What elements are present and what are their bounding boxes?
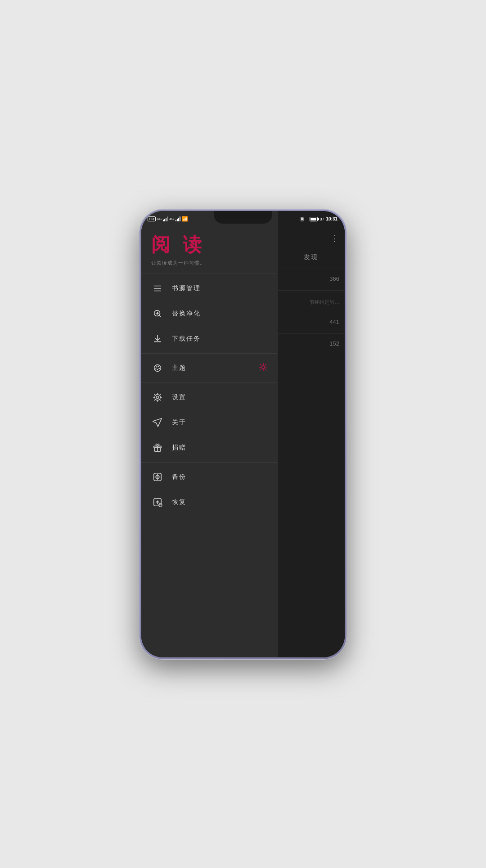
net1-label: 4G: [157, 217, 162, 221]
replace-purify-label: 替换净化: [172, 310, 201, 318]
download-task-label: 下载任务: [172, 335, 201, 343]
menu-item-theme[interactable]: 主题: [141, 355, 278, 381]
count-1: 366: [329, 275, 339, 282]
right-list-item-3: 441: [278, 312, 345, 333]
menu-section-3: 设置 关于: [141, 383, 278, 463]
donate-label: 捐赠: [172, 444, 186, 452]
drawer-header: 阅 读 让阅读成为一种习惯。: [141, 225, 278, 274]
palette-icon: [151, 362, 164, 374]
svg-line-20: [260, 369, 261, 370]
menu-item-book-source[interactable]: 书源管理: [141, 276, 278, 301]
status-right: 87 10:31: [301, 215, 338, 221]
replace-icon: [151, 307, 164, 320]
menu-item-restore[interactable]: 恢复: [141, 490, 278, 515]
right-header: ⋮: [278, 225, 345, 250]
sim-icon: [301, 217, 308, 221]
more-button[interactable]: ⋮: [331, 234, 339, 243]
theme-label: 主题: [172, 364, 186, 372]
backup-icon: [151, 471, 164, 483]
restore-label: 恢复: [172, 498, 186, 506]
sun-badge-icon: [259, 363, 268, 373]
right-list-item-1: 366: [278, 269, 345, 290]
right-list-item-2: 节终结是另…: [278, 290, 345, 312]
menu-item-download-task[interactable]: 下载任务: [141, 326, 278, 351]
phone-inner: HD 4G 4G 📶: [141, 211, 345, 657]
preview-2: 节终结是另…: [310, 299, 339, 306]
svg-line-17: [260, 364, 261, 365]
app-title: 阅 读: [151, 234, 268, 255]
menu-item-donate[interactable]: 捐赠: [141, 435, 278, 460]
menu-section-1: 书源管理: [141, 274, 278, 354]
settings-label: 设置: [172, 393, 186, 401]
backup-label: 备份: [172, 473, 186, 481]
svg-point-11: [155, 368, 157, 369]
svg-point-6: [154, 364, 161, 371]
net2-label: 4G: [169, 217, 174, 221]
menu-item-about[interactable]: 关于: [141, 410, 278, 435]
battery-icon: [310, 217, 318, 221]
status-left: HD 4G 4G 📶: [148, 214, 188, 222]
battery-fill: [310, 218, 316, 220]
signal1-icon: [163, 216, 168, 221]
about-icon: [151, 416, 164, 429]
svg-point-27: [157, 476, 158, 477]
drawer: 阅 读 让阅读成为一种习惯。: [141, 211, 278, 657]
phone-wrapper: HD 4G 4G 📶: [135, 200, 351, 668]
menu-item-replace-purify[interactable]: 替换净化: [141, 301, 278, 326]
time-display: 10:31: [326, 216, 338, 221]
restore-icon: [151, 496, 164, 508]
svg-point-7: [156, 366, 157, 368]
app-subtitle: 让阅读成为一种习惯。: [151, 260, 268, 266]
svg-rect-1: [301, 218, 303, 220]
menu-section-2: 主题: [141, 354, 278, 383]
right-list-item-4: 152: [278, 333, 345, 355]
menu-item-settings[interactable]: 设置: [141, 385, 278, 410]
list-icon: [151, 282, 164, 295]
count-4: 152: [329, 340, 339, 347]
gift-icon: [151, 441, 164, 454]
notch: [214, 211, 272, 224]
menu-item-backup[interactable]: 备份: [141, 464, 278, 490]
svg-point-12: [261, 365, 265, 369]
discover-label: 发现: [278, 250, 345, 269]
svg-point-9: [158, 368, 160, 369]
phone-frame: HD 4G 4G 📶: [140, 209, 346, 659]
settings-icon: [151, 391, 164, 404]
svg-point-22: [155, 394, 161, 400]
svg-line-18: [266, 369, 266, 370]
hd-label: HD: [148, 216, 156, 221]
about-label: 关于: [172, 418, 186, 427]
screen: 阅 读 让阅读成为一种习惯。: [141, 211, 345, 657]
book-source-label: 书源管理: [172, 284, 201, 292]
count-3: 441: [329, 319, 339, 325]
svg-point-10: [157, 369, 158, 370]
svg-line-19: [266, 364, 266, 365]
svg-point-21: [156, 396, 159, 399]
right-panel: ⋮ 发现 366 节终结是另… 441: [278, 211, 345, 657]
wifi-icon: 📶: [182, 216, 188, 222]
svg-point-8: [158, 366, 159, 367]
download-icon: [151, 333, 164, 345]
menu-section-4: 备份: [141, 463, 278, 517]
battery-level: 87: [320, 217, 324, 221]
signal2-icon: [176, 216, 180, 221]
